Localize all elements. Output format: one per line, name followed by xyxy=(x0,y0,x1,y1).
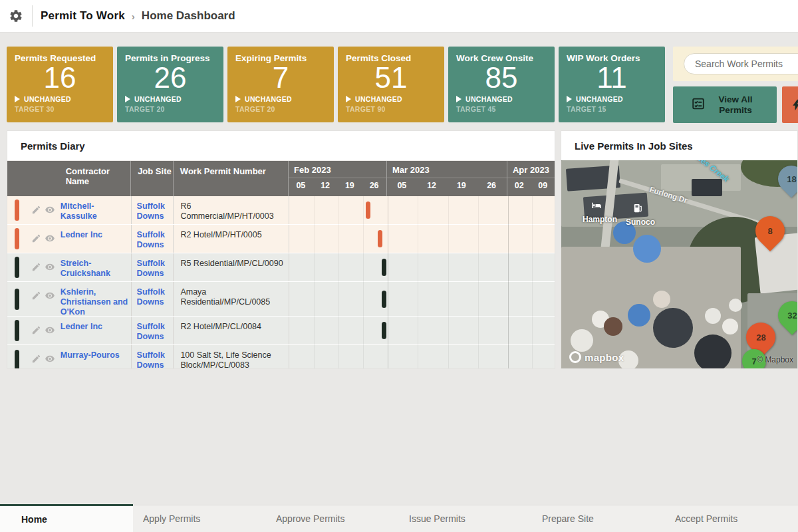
contractor-link[interactable]: Ledner Inc xyxy=(59,317,131,344)
permits-diary-title: Permits Diary xyxy=(7,131,555,161)
table-row[interactable]: Ledner Inc Suffolk Downs R2 Hotel/MP/HT/… xyxy=(7,225,555,253)
tab-approve-permits[interactable]: Approve Permits xyxy=(266,505,399,532)
view-eye-icon[interactable] xyxy=(45,291,55,301)
gantt-row xyxy=(289,282,555,316)
job-site-link[interactable]: Suffolk Downs xyxy=(131,196,174,224)
kpi-target: TARGET 45 xyxy=(456,105,547,113)
trend-arrow-icon xyxy=(346,96,351,102)
edit-pencil-icon[interactable] xyxy=(31,325,41,335)
status-indicator xyxy=(15,320,19,341)
month-apr-2023: Apr 2023 02 09 xyxy=(507,161,555,196)
contractor-link[interactable]: Kshlerin, Christiansen and O'Kon xyxy=(59,282,131,316)
job-site-link[interactable]: Suffolk Downs xyxy=(131,317,174,344)
view-eye-icon[interactable] xyxy=(45,262,55,272)
work-permit-number: R6 Commercial/MP/HT/0003 xyxy=(173,196,289,224)
edit-pencil-icon[interactable] xyxy=(31,354,41,364)
map-tank-blue xyxy=(628,304,650,327)
map-attribution[interactable]: © Mapbox xyxy=(757,355,793,364)
view-all-permits-label: View All Permits xyxy=(712,94,759,116)
status-indicator xyxy=(15,289,19,310)
view-all-permits-button[interactable]: View All Permits xyxy=(673,86,777,123)
kpi-expiring-permits[interactable]: Expiring Permits 7 UNCHANGED TARGET 20 xyxy=(227,47,334,122)
week-tick: 05 xyxy=(387,178,417,190)
contractor-link[interactable]: Streich-Cruickshank xyxy=(59,253,131,281)
edit-pencil-icon[interactable] xyxy=(31,205,41,215)
view-eye-icon[interactable] xyxy=(45,205,55,215)
map-tank-white xyxy=(729,299,742,312)
breadcrumb-separator-icon: › xyxy=(132,11,135,22)
tab-issue-permits[interactable]: Issue Permits xyxy=(399,505,532,532)
view-eye-icon[interactable] xyxy=(45,233,55,243)
edit-pencil-icon[interactable] xyxy=(31,262,41,272)
kpi-permits-closed[interactable]: Permits Closed 51 UNCHANGED TARGET 90 xyxy=(338,47,444,122)
month-feb-2023: Feb 2023 05 12 19 26 xyxy=(288,161,386,196)
tab-home[interactable]: Home xyxy=(0,504,133,532)
week-tick: 05 xyxy=(289,178,313,190)
edit-pencil-icon[interactable] xyxy=(31,291,41,301)
week-tick: 26 xyxy=(476,178,507,190)
map-canvas[interactable]: Hampton Sunoco Furlong Dr Sales Creek 18… xyxy=(561,160,798,369)
view-eye-icon[interactable] xyxy=(45,354,55,364)
kpi-trend: UNCHANGED xyxy=(245,95,292,103)
kpi-value: 16 xyxy=(15,62,105,94)
kpi-trend: UNCHANGED xyxy=(24,95,71,103)
bottom-tab-bar: Home Apply Permits Approve Permits Issue… xyxy=(0,505,798,532)
tab-apply-permits[interactable]: Apply Permits xyxy=(133,505,266,532)
table-row[interactable]: Streich-Cruickshank Suffolk Downs R5 Res… xyxy=(7,253,555,282)
contractor-link[interactable]: Mitchell-Kassulke xyxy=(59,196,131,224)
work-permit-number: R2 Hotel/MP/HT/0005 xyxy=(173,225,289,253)
job-site-link[interactable]: Suffolk Downs xyxy=(131,345,174,369)
week-tick: 19 xyxy=(337,178,362,190)
table-row[interactable]: Ledner Inc Suffolk Downs R2 Hotel/MP/CL/… xyxy=(7,317,555,345)
map-label-gas: Sunoco xyxy=(626,217,655,227)
week-tick: 12 xyxy=(313,178,338,190)
gas-pump-icon xyxy=(633,203,642,213)
status-indicator xyxy=(15,350,19,369)
job-site-link[interactable]: Suffolk Downs xyxy=(131,225,174,253)
week-tick: 09 xyxy=(531,178,555,190)
map-tank-tan xyxy=(653,291,670,308)
job-site-link[interactable]: Suffolk Downs xyxy=(131,253,174,281)
status-indicator xyxy=(15,200,19,221)
live-permits-title: Live Permits In Job Sites xyxy=(561,131,797,161)
trend-arrow-icon xyxy=(15,96,20,102)
table-row[interactable]: Murray-Pouros Suffolk Downs 100 Salt St,… xyxy=(7,345,555,369)
kpi-value: 85 xyxy=(456,62,547,94)
kpi-value: 26 xyxy=(125,62,215,94)
kpi-value: 7 xyxy=(235,62,326,94)
mapbox-logo[interactable]: mapbox xyxy=(569,351,624,363)
search-panel xyxy=(673,47,798,81)
tab-accept-permits[interactable]: Accept Permits xyxy=(665,505,798,532)
trend-arrow-icon xyxy=(456,96,462,102)
map-tank-white xyxy=(722,319,738,334)
bolt-icon xyxy=(790,98,798,112)
hotel-bed-icon xyxy=(591,201,602,211)
kpi-value: 51 xyxy=(346,62,436,94)
header-actions-spacer xyxy=(7,161,59,196)
search-input[interactable] xyxy=(684,53,798,74)
permit-to-work-app: Permit To Work › Home Dashboard Permits … xyxy=(0,0,798,532)
table-row[interactable]: Mitchell-Kassulke Suffolk Downs R6 Comme… xyxy=(7,196,555,225)
table-row[interactable]: Kshlerin, Christiansen and O'Kon Suffolk… xyxy=(7,282,555,317)
job-site-link[interactable]: Suffolk Downs xyxy=(131,282,174,316)
work-permit-number: R5 Residential/MP/CL/0090 xyxy=(173,253,289,281)
settings-gear-icon[interactable] xyxy=(0,9,32,23)
app-title[interactable]: Permit To Work xyxy=(41,9,125,23)
kpi-permits-requested[interactable]: Permits Requested 16 UNCHANGED TARGET 30 xyxy=(7,47,113,122)
contractor-link[interactable]: Murray-Pouros xyxy=(59,345,131,369)
kpi-work-crew-onsite[interactable]: Work Crew Onsite 85 UNCHANGED TARGET 45 xyxy=(448,47,555,122)
kpi-target: TARGET 15 xyxy=(567,105,657,113)
kpi-permits-in-progress[interactable]: Permits in Progress 26 UNCHANGED TARGET … xyxy=(117,47,223,122)
work-permit-number: 100 Salt St, Life Science Block/MP/CL/00… xyxy=(173,345,289,369)
kpi-trend: UNCHANGED xyxy=(466,95,513,103)
trend-arrow-icon xyxy=(567,96,572,102)
contractor-link[interactable]: Ledner Inc xyxy=(59,225,131,253)
view-eye-icon[interactable] xyxy=(45,325,55,335)
status-indicator xyxy=(15,228,19,249)
quick-action-button-cut[interactable] xyxy=(782,86,798,123)
edit-pencil-icon[interactable] xyxy=(31,233,41,243)
map-tank-dark xyxy=(694,334,732,369)
kpi-wip-work-orders[interactable]: WIP Work Orders 11 UNCHANGED TARGET 15 xyxy=(559,47,665,122)
tab-prepare-site[interactable]: Prepare Site xyxy=(532,505,665,532)
map-label-hotel: Hampton xyxy=(583,215,617,224)
